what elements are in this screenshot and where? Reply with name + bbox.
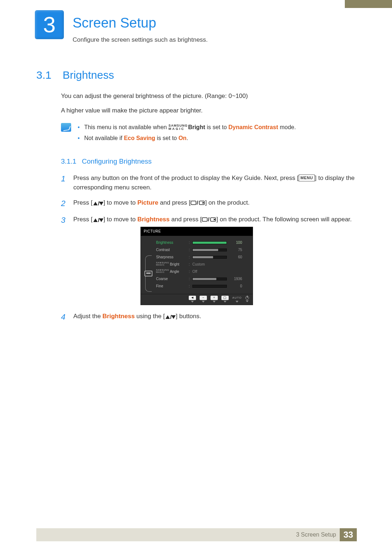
subsection-heading: 3.1.1 Configuring Brightness — [61, 156, 356, 167]
section-para-2: A higher value will make the picture app… — [61, 106, 356, 115]
subsection-title: Configuring Brightness — [82, 157, 152, 165]
page-number: 33 — [340, 528, 357, 541]
svg-text:/: / — [208, 217, 209, 222]
svg-rect-3 — [191, 201, 196, 205]
osd-row-fine: Fine: 0 — [156, 283, 249, 290]
samsung-magic-logo: SAMSUNGMAGIC — [168, 124, 188, 131]
note-list: This menu is not available when SAMSUNGM… — [78, 123, 296, 145]
osd-auto-label: AUTO — [232, 296, 242, 300]
svg-marker-14 — [166, 315, 170, 319]
osd-enter-icon: ▢ — [221, 296, 229, 300]
chapter-title: Screen Setup — [73, 15, 156, 31]
osd-minus-icon: − — [200, 296, 207, 300]
chapter-description: Configure the screen settings such as br… — [73, 36, 208, 44]
note-icon — [61, 123, 71, 132]
osd-header: PICTURE — [141, 227, 253, 236]
svg-rect-10 — [202, 218, 207, 221]
step-1: 1 Press any button on the front of the p… — [61, 173, 356, 193]
steps-list: 1 Press any button on the front of the p… — [61, 173, 356, 322]
up-down-arrow-icon: / — [165, 312, 176, 322]
osd-row-sharpness: Sharpness: 60 — [156, 254, 249, 260]
osd-row-brightness: Brightness: 100 — [156, 239, 249, 246]
osd-footer: ◄ − + ▢ AUTO — [141, 294, 253, 305]
svg-marker-7 — [93, 218, 98, 222]
menu-key-icon: MENU — [299, 175, 315, 181]
note-block: This menu is not available when SAMSUNGM… — [61, 123, 356, 145]
up-down-arrow-icon: / — [93, 199, 103, 208]
step-2: 2 Press [/] to move to Picture and press… — [61, 198, 356, 209]
page-footer: 3 Screen Setup 33 — [36, 528, 357, 541]
content-body: You can adjust the general brightness of… — [61, 91, 356, 328]
osd-category-icon — [144, 271, 152, 276]
osd-power-icon — [245, 296, 249, 300]
osd-row-contrast: Contrast: 75 — [156, 247, 249, 253]
section-heading: 3.1 Brightness — [36, 69, 356, 81]
svg-marker-2 — [99, 202, 103, 205]
section-title: Brightness — [62, 69, 114, 81]
header-accent-bar — [345, 0, 392, 8]
osd-row-magic-angle: SAMSUNGMAGICAngle: Off — [156, 268, 249, 275]
note-item-1: This menu is not available when SAMSUNGM… — [78, 123, 296, 132]
samsung-magic-logo-small: SAMSUNGMAGIC — [156, 262, 169, 266]
step-3: 3 Press [/] to move to Brightness and pr… — [61, 215, 356, 305]
osd-plus-icon: + — [211, 296, 218, 300]
step-4: 4 Adjust the Brightness using the [/] bu… — [61, 312, 356, 322]
osd-back-icon: ◄ — [189, 296, 196, 300]
section-para-1: You can adjust the general brightness of… — [61, 91, 356, 101]
svg-marker-9 — [99, 218, 103, 222]
osd-panel: PICTURE Brightness: 100 — [140, 227, 253, 305]
svg-marker-16 — [171, 315, 176, 319]
samsung-magic-logo-small: SAMSUNGMAGIC — [156, 269, 169, 273]
svg-marker-0 — [93, 202, 98, 205]
footer-chapter-label: 3 Screen Setup — [296, 532, 336, 538]
up-down-arrow-icon: / — [93, 216, 103, 225]
section-number: 3.1 — [36, 69, 61, 81]
enter-source-icon: / — [202, 216, 216, 225]
subsection-number: 3.1.1 — [61, 157, 76, 165]
enter-source-icon: / — [191, 199, 205, 209]
note-item-2: Not available if Eco Saving is set to On… — [78, 134, 296, 143]
chapter-number-badge: 3 — [35, 10, 64, 39]
svg-text:/: / — [197, 200, 198, 206]
osd-row-coarse: Coarse: 1936 — [156, 276, 249, 282]
osd-row-magic-bright: SAMSUNGMAGICBright: Custom — [156, 261, 249, 268]
